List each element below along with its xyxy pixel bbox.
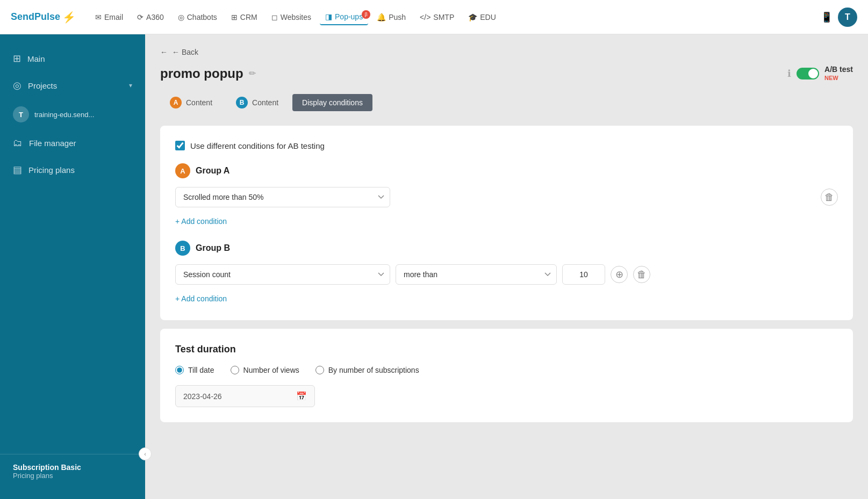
group-b-add-condition-icon-button[interactable]: ⊕ — [611, 266, 628, 283]
radio-num-views[interactable]: Number of views — [231, 366, 299, 374]
group-b-add-condition-button[interactable]: + Add condition — [175, 292, 227, 305]
group-b-condition-row: Session count Scrolled more than 50% Pag… — [175, 264, 838, 285]
group-a-title: Group A — [196, 166, 229, 176]
sidebar-item-filemanager[interactable]: 🗂 File manager — [0, 130, 145, 156]
tab-display-conditions-label: Display conditions — [302, 98, 363, 107]
nav-edu-label: EDU — [480, 13, 496, 21]
tab-content-b-label: Content — [252, 98, 278, 107]
ab-test-new-badge: NEW — [824, 74, 853, 82]
group-b-add-row: + Add condition — [175, 292, 838, 305]
sidebar-filemanager-label: File manager — [29, 139, 76, 148]
group-b-operator-select[interactable]: more than less than equal to — [396, 264, 557, 285]
nav-chatbots-label: Chatbots — [187, 13, 217, 21]
calendar-icon[interactable]: 📅 — [296, 391, 307, 401]
radio-num-subs[interactable]: By number of subscriptions — [315, 366, 419, 374]
nav-a360[interactable]: ⟳ A360 — [132, 10, 169, 25]
smtp-icon: </> — [420, 13, 431, 21]
page-title-row: promo popup ✏ — [160, 66, 256, 81]
edu-icon: 🎓 — [468, 13, 477, 21]
date-input-wrap: 📅 — [175, 385, 315, 407]
back-link[interactable]: ← ← Back — [160, 48, 198, 56]
group-b-badge: B — [175, 241, 190, 256]
nav-push[interactable]: 🔔 Push — [371, 10, 411, 25]
logo[interactable]: SendPulse ⚡ — [11, 11, 76, 24]
group-a-header: A Group A — [175, 163, 838, 178]
group-b-value-input[interactable] — [562, 264, 605, 285]
ab-test-control: ℹ A/B test NEW — [787, 65, 853, 82]
ab-testing-checkbox-label[interactable]: Use different conditions for AB testing — [190, 141, 325, 150]
topnav: SendPulse ⚡ ✉ Email ⟳ A360 ◎ Chatbots ⊞ … — [0, 0, 868, 34]
group-a-add-row: + Add condition — [175, 215, 838, 228]
sidebar-project-item[interactable]: T training-edu.send... — [0, 99, 145, 130]
email-icon: ✉ — [95, 13, 102, 21]
nav-crm-label: CRM — [240, 13, 257, 21]
sidebar-projects-label: Projects — [28, 81, 57, 90]
sidebar-bottom: Subscription Basic Pricing plans — [0, 454, 145, 488]
sidebar-pricing-label: Pricing plans — [28, 165, 75, 175]
push-icon: 🔔 — [377, 13, 386, 21]
nav-push-label: Push — [389, 13, 406, 21]
radio-num-views-label: Number of views — [243, 366, 299, 374]
logo-pulse-icon: ⚡ — [62, 11, 76, 24]
date-input[interactable] — [183, 392, 296, 401]
nav-email[interactable]: ✉ Email — [90, 10, 128, 25]
ab-test-toggle[interactable] — [797, 68, 819, 79]
nav-crm[interactable]: ⊞ CRM — [226, 10, 263, 25]
sidebar: ⊞ Main ◎ Projects ▾ T training-edu.send.… — [0, 34, 145, 499]
group-b-header: B Group B — [175, 241, 838, 256]
radio-till-date-input[interactable] — [175, 366, 184, 374]
sidebar-collapse-button[interactable]: ‹ — [139, 447, 152, 460]
content-area: ← ← Back promo popup ✏ ℹ A/B test NEW A — [145, 34, 868, 499]
projects-icon: ◎ — [13, 79, 21, 91]
tab-b-badge: B — [236, 97, 248, 109]
back-arrow-icon: ← — [160, 48, 168, 56]
sidebar-item-pricing[interactable]: ▤ Pricing plans — [0, 156, 145, 183]
test-duration-title: Test duration — [175, 344, 838, 355]
group-b-delete-button[interactable]: 🗑 — [633, 266, 650, 283]
group-a-delete-button[interactable]: 🗑 — [821, 189, 838, 206]
subscription-plan-name: Subscription Basic — [13, 463, 132, 472]
popups-icon: ◨ — [325, 12, 332, 21]
logo-text: SendPulse — [11, 11, 60, 23]
projects-arrow-icon: ▾ — [129, 82, 132, 89]
info-icon[interactable]: ℹ — [787, 68, 791, 79]
tab-content-a[interactable]: A Content — [160, 92, 222, 113]
mobile-icon[interactable]: 📱 — [819, 9, 835, 25]
nav-popups[interactable]: ◨ Pop-ups β — [320, 9, 368, 25]
nav-websites[interactable]: ◻ Websites — [266, 10, 317, 25]
nav-popups-label: Pop-ups — [335, 12, 363, 21]
pricing-icon: ▤ — [13, 164, 22, 176]
sidebar-item-main[interactable]: ⊞ Main — [0, 45, 145, 72]
page-header: promo popup ✏ ℹ A/B test NEW — [160, 65, 853, 82]
radio-num-subs-input[interactable] — [315, 366, 324, 374]
nav-smtp-label: SMTP — [433, 13, 454, 21]
test-duration-radio-group: Till date Number of views By number of s… — [175, 366, 838, 374]
chatbots-icon: ◎ — [178, 13, 184, 21]
page-title: promo popup — [160, 66, 243, 81]
nav-smtp[interactable]: </> SMTP — [414, 10, 460, 25]
ab-test-label-wrap: A/B test NEW — [824, 65, 853, 82]
crm-icon: ⊞ — [231, 13, 238, 21]
nav-edu[interactable]: 🎓 EDU — [463, 10, 501, 25]
edit-title-icon[interactable]: ✏ — [249, 68, 256, 78]
tab-content-b[interactable]: B Content — [226, 92, 288, 113]
back-label: ← Back — [172, 48, 198, 56]
group-a-condition-select[interactable]: Scrolled more than 50% Page visited Time… — [175, 187, 390, 207]
radio-num-views-input[interactable] — [231, 366, 239, 374]
sidebar-main-label: Main — [27, 54, 45, 63]
ab-test-label: A/B test — [824, 65, 853, 74]
user-avatar[interactable]: T — [838, 8, 857, 27]
group-b-condition-select[interactable]: Session count Scrolled more than 50% Pag… — [175, 264, 390, 285]
tab-display-conditions[interactable]: Display conditions — [292, 94, 372, 111]
ab-testing-checkbox[interactable] — [175, 141, 185, 150]
nav-websites-label: Websites — [281, 13, 311, 21]
sidebar-project-label: training-edu.send... — [34, 111, 94, 119]
tab-content-a-label: Content — [186, 98, 212, 107]
project-avatar: T — [13, 106, 29, 122]
sidebar-item-projects[interactable]: ◎ Projects ▾ — [0, 72, 145, 99]
radio-till-date[interactable]: Till date — [175, 366, 214, 374]
filemanager-icon: 🗂 — [13, 138, 23, 149]
group-a-condition-row: Scrolled more than 50% Page visited Time… — [175, 187, 838, 207]
group-a-add-condition-button[interactable]: + Add condition — [175, 215, 227, 228]
nav-chatbots[interactable]: ◎ Chatbots — [173, 10, 223, 25]
